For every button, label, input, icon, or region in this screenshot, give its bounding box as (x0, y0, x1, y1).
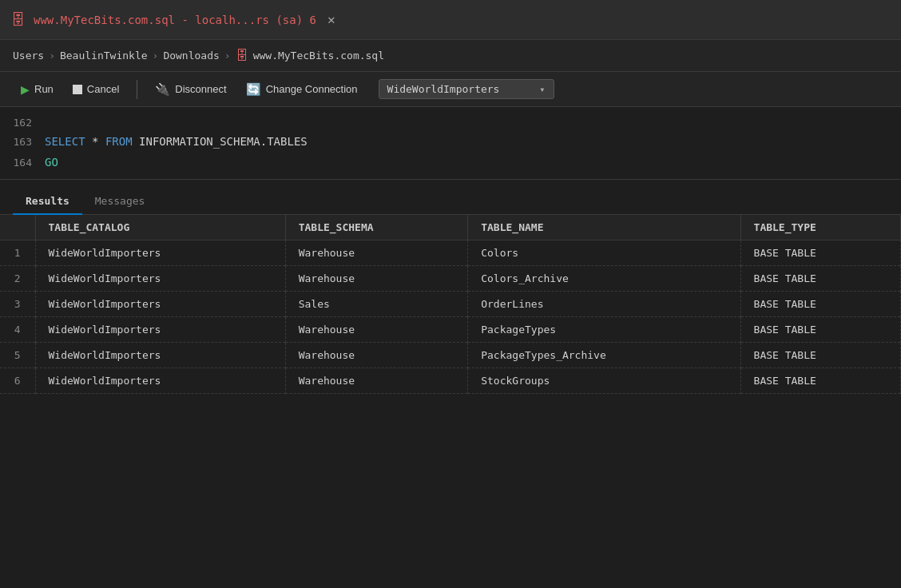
title-bar-db-icon: 🗄 (11, 11, 26, 28)
database-name: WideWorldImporters (387, 83, 534, 95)
change-conn-icon: 🔄 (246, 82, 261, 97)
cell-name: Colors (468, 240, 740, 265)
cell-catalog: WideWorldImporters (35, 265, 285, 291)
cell-schema: Warehouse (285, 240, 468, 265)
breadcrumb-beaulintwinkle[interactable]: BeaulinTwinkle (60, 50, 148, 62)
col-header-schema: TABLE_SCHEMA (285, 215, 468, 240)
results-table-wrap: TABLE_CATALOG TABLE_SCHEMA TABLE_NAME TA… (0, 215, 901, 394)
run-button[interactable]: ▶ Run (13, 80, 62, 99)
col-header-rownum (0, 215, 35, 240)
table-row: 2 WideWorldImporters Warehouse Colors_Ar… (0, 265, 901, 291)
cell-name: Colors_Archive (468, 265, 740, 291)
cell-name: PackageTypes_Archive (468, 342, 740, 368)
cell-catalog: WideWorldImporters (35, 291, 285, 316)
results-table: TABLE_CATALOG TABLE_SCHEMA TABLE_NAME TA… (0, 215, 901, 394)
change-connection-button[interactable]: 🔄 Change Connection (238, 79, 366, 100)
tab-results[interactable]: Results (13, 187, 82, 215)
cell-type: BASE TABLE (740, 265, 900, 291)
code-content-163: SELECT * FROM INFORMATION_SCHEMA.TABLES (45, 132, 308, 152)
cell-catalog: WideWorldImporters (35, 368, 285, 393)
breadcrumb-filename: www.MyTecBits.com.sql (253, 50, 384, 62)
results-tabs: Results Messages (0, 180, 901, 215)
cell-rownum: 1 (0, 240, 35, 265)
code-line-162: 162 (0, 113, 901, 132)
disconnect-label: Disconnect (175, 83, 226, 95)
cell-schema: Warehouse (285, 368, 468, 393)
cell-type: BASE TABLE (740, 240, 900, 265)
title-bar: 🗄 www.MyTecBits.com.sql - localh...rs (s… (0, 0, 901, 40)
disconnect-button[interactable]: 🔌 Disconnect (147, 79, 234, 100)
cell-name: OrderLines (468, 291, 740, 316)
toolbar-divider (137, 80, 137, 99)
change-conn-label: Change Connection (266, 83, 358, 95)
cell-rownum: 2 (0, 265, 35, 291)
breadcrumb-users[interactable]: Users (13, 50, 44, 62)
table-header-row: TABLE_CATALOG TABLE_SCHEMA TABLE_NAME TA… (0, 215, 901, 240)
table-row: 6 WideWorldImporters Warehouse StockGrou… (0, 368, 901, 393)
cancel-button[interactable]: Cancel (65, 80, 127, 98)
keyword-select: SELECT (45, 135, 85, 148)
table-row: 5 WideWorldImporters Warehouse PackageTy… (0, 342, 901, 368)
run-label: Run (34, 83, 54, 95)
code-line-163: 163 SELECT * FROM INFORMATION_SCHEMA.TAB… (0, 132, 901, 152)
close-tab-button[interactable]: ✕ (327, 12, 335, 27)
cell-name: StockGroups (468, 368, 740, 393)
cell-schema: Warehouse (285, 265, 468, 291)
cell-schema: Warehouse (285, 316, 468, 342)
chevron-down-icon: ▾ (539, 84, 545, 95)
table-row: 4 WideWorldImporters Warehouse PackageTy… (0, 316, 901, 342)
operator-star: * (92, 135, 105, 148)
col-header-catalog: TABLE_CATALOG (35, 215, 285, 240)
line-number-163: 163 (3, 133, 45, 151)
col-header-type: TABLE_TYPE (740, 215, 900, 240)
code-line-164: 164 GO (0, 153, 901, 173)
identifier-schema: INFORMATION_SCHEMA.TABLES (139, 135, 308, 148)
cell-type: BASE TABLE (740, 368, 900, 393)
code-content-164: GO (45, 153, 58, 173)
breadcrumb-bar: Users › BeaulinTwinkle › Downloads › 🗄 w… (0, 40, 901, 72)
table-row: 1 WideWorldImporters Warehouse Colors BA… (0, 240, 901, 265)
cell-schema: Sales (285, 291, 468, 316)
cell-type: BASE TABLE (740, 342, 900, 368)
title-bar-title: www.MyTecBits.com.sql - localh...rs (sa)… (34, 14, 316, 26)
breadcrumb-file-icon: 🗄 (236, 48, 248, 63)
cell-rownum: 6 (0, 368, 35, 393)
cancel-label: Cancel (87, 83, 119, 95)
cell-rownum: 5 (0, 342, 35, 368)
cell-type: BASE TABLE (740, 316, 900, 342)
breadcrumb-downloads[interactable]: Downloads (163, 50, 219, 62)
database-selector[interactable]: WideWorldImporters ▾ (379, 79, 554, 99)
cell-type: BASE TABLE (740, 291, 900, 316)
cell-rownum: 4 (0, 316, 35, 342)
keyword-go: GO (45, 156, 58, 169)
run-icon: ▶ (21, 83, 30, 96)
cell-catalog: WideWorldImporters (35, 240, 285, 265)
cell-catalog: WideWorldImporters (35, 316, 285, 342)
cell-name: PackageTypes (468, 316, 740, 342)
tab-messages[interactable]: Messages (82, 187, 158, 215)
disconnect-icon: 🔌 (155, 82, 170, 97)
line-number-164: 164 (3, 153, 45, 172)
line-number-162: 162 (3, 113, 45, 132)
table-row: 3 WideWorldImporters Sales OrderLines BA… (0, 291, 901, 316)
keyword-from: FROM (105, 135, 133, 148)
toolbar: ▶ Run Cancel 🔌 Disconnect 🔄 Change Conne… (0, 72, 901, 107)
editor-area[interactable]: 162 163 SELECT * FROM INFORMATION_SCHEMA… (0, 107, 901, 180)
cell-schema: Warehouse (285, 342, 468, 368)
cell-rownum: 3 (0, 291, 35, 316)
results-panel: Results Messages TABLE_CATALOG TABLE_SCH… (0, 180, 901, 394)
col-header-name: TABLE_NAME (468, 215, 740, 240)
cancel-icon (73, 85, 82, 94)
cell-catalog: WideWorldImporters (35, 342, 285, 368)
